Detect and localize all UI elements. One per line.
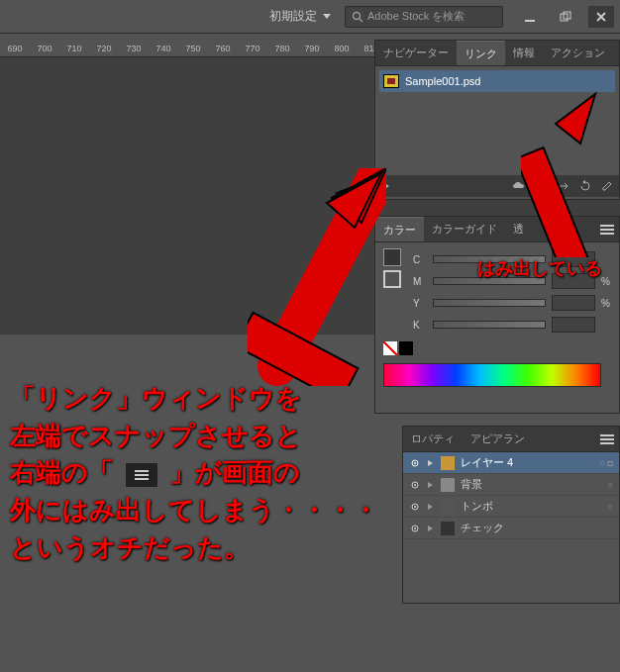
layer-row[interactable]: トンボ ○ xyxy=(403,496,619,518)
tab-info[interactable]: 情報 xyxy=(505,41,543,65)
link-thumbnail-icon xyxy=(383,74,399,88)
svg-marker-13 xyxy=(327,173,381,228)
visibility-icon[interactable] xyxy=(409,457,421,469)
annotation-line3a: 右端の「 xyxy=(10,457,114,487)
visibility-icon[interactable] xyxy=(409,523,421,534)
annotation-arrow-1b xyxy=(248,168,386,386)
ruler-tick: 690 xyxy=(0,44,30,53)
svg-rect-14 xyxy=(248,313,358,386)
layer-target[interactable]: ○ xyxy=(608,502,613,512)
layer-target[interactable]: ○ ◘ xyxy=(600,458,613,468)
expand-arrow-icon[interactable] xyxy=(427,525,435,532)
channel-k-label: K xyxy=(413,320,427,331)
svg-point-8 xyxy=(414,484,416,486)
layer-color-swatch xyxy=(441,456,455,470)
layer-name: チェック xyxy=(461,521,504,535)
expand-arrow-icon[interactable] xyxy=(427,481,435,489)
ruler-tick: 760 xyxy=(208,44,238,53)
layers-panel-tabs: ロパティ アピアラン xyxy=(403,427,619,452)
channel-y-slider[interactable] xyxy=(433,299,546,307)
expand-arrow-icon[interactable] xyxy=(427,503,435,511)
layers-list: レイヤー 4 ○ ◘ 背景 ○ トンボ ○ チェック xyxy=(403,452,619,539)
tab-navigator[interactable]: ナビゲーター xyxy=(375,41,457,65)
close-button[interactable] xyxy=(588,6,614,28)
ruler-tick: 770 xyxy=(238,44,267,53)
ruler-tick: 780 xyxy=(267,44,297,53)
annotation-line5: というオチだった。 xyxy=(10,529,378,567)
tab-appearance[interactable]: アピアラン xyxy=(463,427,533,451)
tab-color-guide[interactable]: カラーガイド xyxy=(424,217,505,241)
layer-row[interactable]: レイヤー 4 ○ ◘ xyxy=(403,452,619,474)
links-panel-tabs: ナビゲーター リンク 情報 アクション xyxy=(375,41,619,66)
annotation-menu-icon-box xyxy=(125,462,158,488)
channel-c-label: C xyxy=(413,254,427,265)
ruler-tick: 720 xyxy=(89,44,119,53)
ruler-tick: 800 xyxy=(327,44,357,53)
svg-point-0 xyxy=(354,12,361,19)
preset-label: 初期設定 xyxy=(269,8,317,25)
channel-m-label: M xyxy=(413,276,427,287)
annotation-line3b: 」が画面の xyxy=(169,457,300,487)
ruler-tick: 790 xyxy=(297,44,327,53)
visibility-icon[interactable] xyxy=(409,479,421,491)
window-controls xyxy=(517,6,614,28)
visibility-icon[interactable] xyxy=(409,501,421,513)
link-filename: Sample001.psd xyxy=(405,75,480,87)
tab-links[interactable]: リンク xyxy=(457,41,505,65)
svg-point-10 xyxy=(414,506,416,508)
annotation-line2: 左端でスナップさせると xyxy=(10,418,378,455)
channel-y-label: Y xyxy=(413,298,427,309)
color-spectrum[interactable] xyxy=(383,363,601,387)
channel-k-slider[interactable] xyxy=(433,321,546,329)
channel-k-value[interactable] xyxy=(552,317,595,333)
chevron-down-icon xyxy=(323,14,331,20)
tab-properties[interactable]: ロパティ xyxy=(403,427,463,451)
app-titlebar: 初期設定 Adobe Stock を検索 xyxy=(0,0,620,34)
layer-name: 背景 xyxy=(461,477,482,492)
svg-point-6 xyxy=(414,462,416,464)
minimize-button[interactable] xyxy=(517,6,543,28)
expand-arrow-icon[interactable] xyxy=(427,459,435,467)
tab-actions[interactable]: アクション xyxy=(543,41,613,65)
layers-panel: ロパティ アピアラン レイヤー 4 ○ ◘ 背景 ○ トンボ ○ xyxy=(402,426,620,604)
layer-color-swatch xyxy=(441,478,455,492)
black-swatch[interactable] xyxy=(399,341,413,355)
ruler-tick: 740 xyxy=(149,44,178,53)
annotation-main-text: 「リンク」ウィンドウを 左端でスナップさせると 右端の「 」が画面の 外にはみ出… xyxy=(10,380,378,566)
layer-color-swatch xyxy=(441,500,455,514)
layer-row[interactable]: チェック xyxy=(403,518,619,539)
layer-name: トンボ xyxy=(461,499,493,514)
ruler-tick: 750 xyxy=(178,44,208,53)
panel-menu-icon[interactable] xyxy=(595,427,619,451)
annotation-line1: 「リンク」ウィンドウを xyxy=(10,380,378,418)
svg-marker-15 xyxy=(556,94,595,144)
layer-target[interactable]: ○ xyxy=(608,480,613,490)
svg-rect-2 xyxy=(525,20,535,22)
annotation-line4: 外にはみ出してしまう・・・・ xyxy=(10,492,378,529)
search-placeholder: Adobe Stock を検索 xyxy=(367,9,465,24)
layer-name: レイヤー 4 xyxy=(461,455,513,470)
layer-row[interactable]: 背景 ○ xyxy=(403,474,619,496)
stock-search-input[interactable]: Adobe Stock を検索 xyxy=(345,6,503,28)
ruler-tick: 730 xyxy=(119,44,149,53)
annotation-arrow-2 xyxy=(521,89,610,257)
layer-color-swatch xyxy=(441,522,455,535)
hamburger-icon xyxy=(135,470,149,480)
svg-line-1 xyxy=(360,19,362,22)
workspace-preset-dropdown[interactable]: 初期設定 xyxy=(269,8,331,25)
channel-y-value[interactable] xyxy=(552,295,595,311)
ruler-tick: 710 xyxy=(59,44,89,53)
restore-button[interactable] xyxy=(553,6,578,28)
svg-rect-16 xyxy=(521,147,591,257)
ruler-tick: 700 xyxy=(30,44,59,53)
svg-point-12 xyxy=(414,528,416,529)
annotation-label-small: はみ出している xyxy=(477,255,602,281)
search-icon xyxy=(352,11,363,23)
